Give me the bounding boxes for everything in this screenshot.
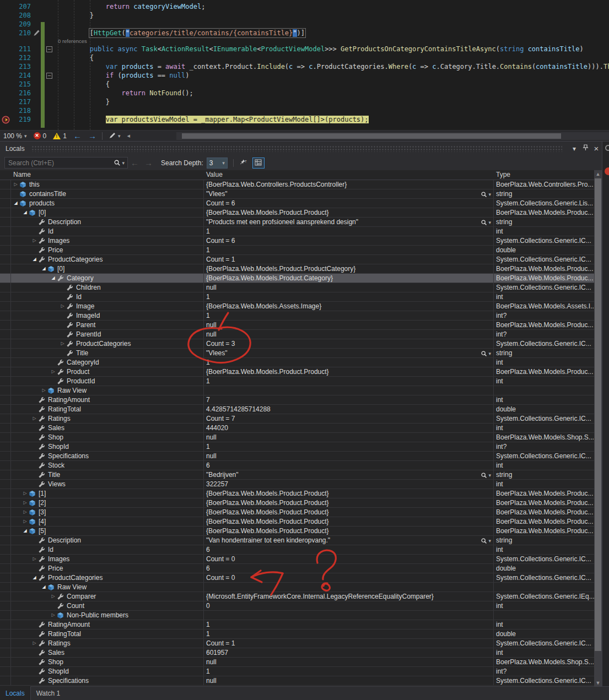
pin-values-icon[interactable]: T <box>238 158 250 169</box>
expand-expander[interactable]: ▷ <box>21 489 29 498</box>
scrollbar-thumb[interactable] <box>595 178 601 651</box>
magnifier-button[interactable]: ▾ <box>481 190 491 198</box>
search-box[interactable]: ▾ <box>4 157 128 169</box>
locals-row[interactable]: ▷[4]{BoerPlaza.Web.Models.Product.Produc… <box>0 517 594 527</box>
locals-row[interactable]: Sales444020int <box>0 424 594 433</box>
magnifier-button[interactable]: ▾ <box>481 536 491 545</box>
codelens-references[interactable]: 0 references <box>31 37 87 45</box>
locals-row[interactable]: ◢[0]{BoerPlaza.Web.Models.Product.Produc… <box>0 208 594 218</box>
column-header-type[interactable]: Type <box>496 171 510 178</box>
expand-expander[interactable]: ▷ <box>31 555 38 563</box>
locals-row[interactable]: ▷ImagesCount = 0System.Collections.Gener… <box>0 555 594 564</box>
locals-row[interactable]: ◢[5]{BoerPlaza.Web.Models.Product.Produc… <box>0 527 594 536</box>
fold-collapse-box[interactable]: – <box>46 46 52 52</box>
collapse-expander[interactable]: ◢ <box>50 274 57 283</box>
expand-expander[interactable]: ▷ <box>31 639 38 648</box>
expand-expander[interactable]: ▷ <box>21 508 29 517</box>
collapse-expander[interactable]: ◢ <box>31 255 38 264</box>
locals-row[interactable]: Sales601957int <box>0 648 594 658</box>
locals-row[interactable]: ParentnullBoerPlaza.Web.Models.Produc... <box>0 321 594 330</box>
column-header-name[interactable]: Name <box>13 171 31 178</box>
locals-row[interactable]: ChildrennullSystem.Collections.Generic.I… <box>0 283 594 292</box>
locals-row[interactable]: ProductId1int <box>0 377 594 386</box>
column-header-value[interactable]: Value <box>206 171 223 178</box>
cleanup-button[interactable]: ▾ <box>105 131 124 141</box>
locals-row[interactable]: SpecificationsnullSystem.Collections.Gen… <box>0 452 594 461</box>
locals-row[interactable]: Id6int <box>0 545 594 555</box>
tab-watch-1[interactable]: Watch 1 <box>30 687 66 700</box>
locals-row[interactable]: Title"Bedrijven"▾string <box>0 470 594 480</box>
locals-row[interactable]: ImageId1int? <box>0 311 594 321</box>
expand-expander[interactable]: ▷ <box>31 414 38 423</box>
locals-row[interactable]: ▷Image{BoerPlaza.Web.Models.Assets.Image… <box>0 302 594 311</box>
navigate-forward-button[interactable]: → <box>85 131 100 141</box>
expand-expander[interactable]: ▷ <box>31 236 38 245</box>
warning-badge[interactable]: 1 <box>50 131 70 141</box>
locals-row[interactable]: Price6double <box>0 564 594 573</box>
locals-row[interactable]: ▷[1]{BoerPlaza.Web.Models.Product.Produc… <box>0 489 594 498</box>
locals-row[interactable]: Description"Van hondentrainer tot een ki… <box>0 536 594 545</box>
search-icon[interactable]: ▾ <box>114 159 127 166</box>
scroll-up-icon[interactable]: ▲ <box>594 170 602 178</box>
locals-row[interactable]: RatingTotal4.4285714285714288double <box>0 405 594 414</box>
locals-row[interactable]: ◢productsCount = 6System.Collections.Gen… <box>0 199 594 208</box>
locals-row[interactable]: Count0int <box>0 601 594 611</box>
collapse-expander[interactable]: ◢ <box>21 527 29 535</box>
window-menu-button[interactable]: ▾ <box>569 145 580 153</box>
expand-expander[interactable]: ▷ <box>21 498 29 507</box>
pin-icon[interactable] <box>580 144 591 153</box>
locals-row[interactable]: ▷[3]{BoerPlaza.Web.Models.Product.Produc… <box>0 508 594 517</box>
locals-row[interactable]: ▷Raw View <box>0 386 594 395</box>
scroll-left-button[interactable]: ◂ <box>123 131 133 141</box>
locals-row[interactable]: Stock6int <box>0 461 594 470</box>
locals-row[interactable]: CategoryId1int <box>0 358 594 367</box>
text-visualizer-icon[interactable]: ab <box>252 158 265 169</box>
expand-expander[interactable]: ▷ <box>50 611 57 620</box>
locals-row[interactable]: SpecificationsnullSystem.Collections.Gen… <box>0 676 594 686</box>
vertical-scrollbar[interactable]: ▲ ▼ <box>594 170 602 687</box>
search-depth-dropdown[interactable]: 3 ▾ <box>207 158 228 169</box>
tab-locals[interactable]: Locals <box>0 686 30 700</box>
locals-row[interactable]: ◢ProductCategoriesCount = 1System.Collec… <box>0 255 594 264</box>
expand-expander[interactable]: ▷ <box>59 339 66 348</box>
collapse-expander[interactable]: ◢ <box>21 208 29 217</box>
expand-expander[interactable]: ▷ <box>21 517 29 526</box>
magnifier-button[interactable]: ▾ <box>481 471 491 479</box>
locals-row[interactable]: Price1double <box>0 246 594 255</box>
magnifier-button[interactable]: ▾ <box>481 349 491 357</box>
magnifier-button[interactable]: ▾ <box>481 218 491 226</box>
locals-row[interactable]: ▷ProductCategoriesCount = 3System.Collec… <box>0 339 594 349</box>
current-statement-breakpoint-icon[interactable] <box>2 116 10 124</box>
locals-row[interactable]: containsTitle"Vlees"▾string <box>0 189 594 199</box>
locals-row[interactable]: Description"Products met een profsioneel… <box>0 218 594 227</box>
locals-row[interactable]: RatingTotal1double <box>0 630 594 639</box>
locals-row[interactable]: ▷Product{BoerPlaza.Web.Models.Product.Pr… <box>0 367 594 377</box>
locals-row[interactable]: ▷Non-Public members <box>0 611 594 620</box>
collapse-expander[interactable]: ◢ <box>12 199 19 208</box>
locals-row[interactable]: ▷RatingsCount = 1System.Collections.Gene… <box>0 639 594 648</box>
expand-expander[interactable]: ▷ <box>40 386 47 395</box>
horizontal-scrollbar[interactable] <box>176 132 609 140</box>
locals-row[interactable]: ◢Category{BoerPlaza.Web.Models.Product.C… <box>0 274 594 283</box>
locals-row[interactable]: ▷RatingsCount = 7System.Collections.Gene… <box>0 414 594 424</box>
locals-row[interactable]: ▷[2]{BoerPlaza.Web.Models.Product.Produc… <box>0 498 594 508</box>
fold-collapse-box[interactable]: – <box>46 73 52 79</box>
locals-row[interactable]: Views322257int <box>0 480 594 489</box>
locals-row[interactable]: RatingAmount7int <box>0 395 594 405</box>
expand-expander[interactable]: ▷ <box>12 180 19 189</box>
locals-row[interactable]: ▷this{BoerPlaza.Web.Controllers.Products… <box>0 180 594 189</box>
search-prev-button[interactable]: ← <box>128 158 142 167</box>
locals-row[interactable]: ShopnullBoerPlaza.Web.Models.Shop.S... <box>0 433 594 442</box>
locals-row[interactable]: ShopId1int? <box>0 667 594 676</box>
locals-row[interactable]: ◢[0]{BoerPlaza.Web.Models.Product.Produc… <box>0 264 594 274</box>
search-next-button[interactable]: → <box>142 158 155 167</box>
error-badge[interactable]: ✕ 0 <box>30 131 50 141</box>
navigate-back-button[interactable]: ← <box>70 131 85 141</box>
expand-expander[interactable]: ▷ <box>50 592 57 601</box>
zoom-dropdown[interactable]: 100 % ▾ <box>0 131 30 141</box>
locals-row[interactable]: ▷ImagesCount = 6System.Collections.Gener… <box>0 236 594 246</box>
locals-row[interactable]: ▷Comparer{Microsoft.EntityFrameworkCore.… <box>0 592 594 601</box>
expand-expander[interactable]: ▷ <box>50 367 57 376</box>
locals-row[interactable]: ◢ProductCategoriesCount = 0System.Collec… <box>0 573 594 583</box>
locals-row[interactable]: Id1int <box>0 292 594 302</box>
